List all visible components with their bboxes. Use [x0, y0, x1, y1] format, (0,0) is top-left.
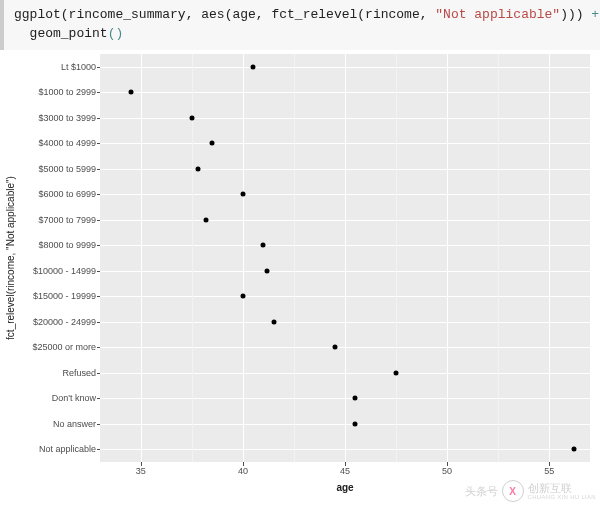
- y-tick-label: $7000 to 7999: [38, 215, 96, 225]
- scatter-plot: fct_relevel(rincome, "Not applicable") a…: [0, 44, 600, 505]
- y-tick-label: Refused: [62, 368, 96, 378]
- y-tick-label: $25000 or more: [32, 342, 96, 352]
- y-tick-mark: [97, 271, 100, 272]
- y-tick-mark: [97, 449, 100, 450]
- data-point: [353, 421, 358, 426]
- gridline-h: [100, 92, 590, 93]
- y-tick-mark: [97, 296, 100, 297]
- data-point: [332, 345, 337, 350]
- gridline-v: [549, 54, 550, 462]
- gridline-v-minor: [294, 54, 295, 462]
- code-operator: +: [591, 7, 599, 22]
- y-tick-label: $20000 - 24999: [33, 317, 96, 327]
- gridline-v: [141, 54, 142, 462]
- x-tick-label: 50: [442, 466, 452, 476]
- gridline-h: [100, 271, 590, 272]
- y-tick-label: $15000 - 19999: [33, 291, 96, 301]
- code-token: ))): [560, 7, 591, 22]
- y-tick-mark: [97, 67, 100, 68]
- y-tick-label: $6000 to 6999: [38, 189, 96, 199]
- y-tick-mark: [97, 118, 100, 119]
- y-tick-mark: [97, 322, 100, 323]
- data-point: [251, 64, 256, 69]
- watermark-source: 头条号: [465, 484, 498, 499]
- x-tick-mark: [447, 462, 448, 466]
- y-tick-label: $5000 to 5999: [38, 164, 96, 174]
- data-point: [204, 217, 209, 222]
- data-point: [240, 192, 245, 197]
- data-point: [240, 294, 245, 299]
- data-point: [271, 319, 276, 324]
- data-point: [210, 141, 215, 146]
- watermark-logo: X: [502, 480, 524, 502]
- data-point: [353, 396, 358, 401]
- gridline-h: [100, 118, 590, 119]
- gridline-h: [100, 449, 590, 450]
- gridline-v-minor: [498, 54, 499, 462]
- watermark-sub: CHUANG XIN HU LIAN: [528, 494, 596, 500]
- y-tick-mark: [97, 347, 100, 348]
- gridline-h: [100, 398, 590, 399]
- gridline-h: [100, 296, 590, 297]
- code-token: (rincome,: [357, 7, 435, 22]
- x-tick-label: 35: [136, 466, 146, 476]
- y-tick-label: Lt $1000: [61, 62, 96, 72]
- gridline-h: [100, 424, 590, 425]
- gridline-h: [100, 245, 590, 246]
- y-tick-mark: [97, 398, 100, 399]
- code-token: (): [108, 26, 124, 41]
- data-point: [128, 90, 133, 95]
- data-point: [196, 166, 201, 171]
- y-tick-mark: [97, 92, 100, 93]
- gridline-h: [100, 169, 590, 170]
- x-tick-mark: [549, 462, 550, 466]
- code-string: "Not applicable": [435, 7, 560, 22]
- gridline-h: [100, 322, 590, 323]
- code-block: ggplot(rincome_summary, aes(age, fct_rel…: [0, 0, 600, 50]
- y-tick-mark: [97, 245, 100, 246]
- code-token: aes: [201, 7, 224, 22]
- gridline-h: [100, 373, 590, 374]
- data-point: [265, 268, 270, 273]
- watermark: 头条号 X 创新互联 CHUANG XIN HU LIAN: [465, 480, 596, 502]
- gridline-v: [345, 54, 346, 462]
- y-tick-mark: [97, 194, 100, 195]
- gridline-h: [100, 67, 590, 68]
- y-tick-mark: [97, 169, 100, 170]
- y-tick-mark: [97, 373, 100, 374]
- x-tick-label: 40: [238, 466, 248, 476]
- code-token: (age,: [225, 7, 272, 22]
- y-tick-label: No answer: [53, 419, 96, 429]
- code-token: fct_relevel: [271, 7, 357, 22]
- watermark-logo-letter: X: [509, 486, 516, 497]
- y-tick-mark: [97, 424, 100, 425]
- code-token: (rincome_summary,: [61, 7, 201, 22]
- x-tick-label: 45: [340, 466, 350, 476]
- y-tick-label: Not applicable: [39, 444, 96, 454]
- y-tick-label: $8000 to 9999: [38, 240, 96, 250]
- code-token: geom_point: [14, 26, 108, 41]
- y-tick-label: $10000 - 14999: [33, 266, 96, 276]
- data-point: [261, 243, 266, 248]
- y-tick-label: $4000 to 4999: [38, 138, 96, 148]
- data-point: [189, 115, 194, 120]
- data-point: [394, 370, 399, 375]
- plot-panel: [100, 54, 590, 462]
- x-tick-mark: [243, 462, 244, 466]
- y-tick-label: $1000 to 2999: [38, 87, 96, 97]
- y-tick-label: Don't know: [52, 393, 96, 403]
- y-tick-mark: [97, 220, 100, 221]
- gridline-h: [100, 194, 590, 195]
- watermark-name: 创新互联: [528, 483, 596, 494]
- x-axis-title: age: [336, 482, 353, 493]
- data-point: [571, 447, 576, 452]
- y-axis-title: fct_relevel(rincome, "Not applicable"): [5, 176, 16, 340]
- y-tick-label: $3000 to 3999: [38, 113, 96, 123]
- x-tick-label: 55: [544, 466, 554, 476]
- gridline-h: [100, 347, 590, 348]
- gridline-h: [100, 143, 590, 144]
- gridline-v-minor: [396, 54, 397, 462]
- gridline-v: [243, 54, 244, 462]
- gridline-h: [100, 220, 590, 221]
- x-tick-mark: [345, 462, 346, 466]
